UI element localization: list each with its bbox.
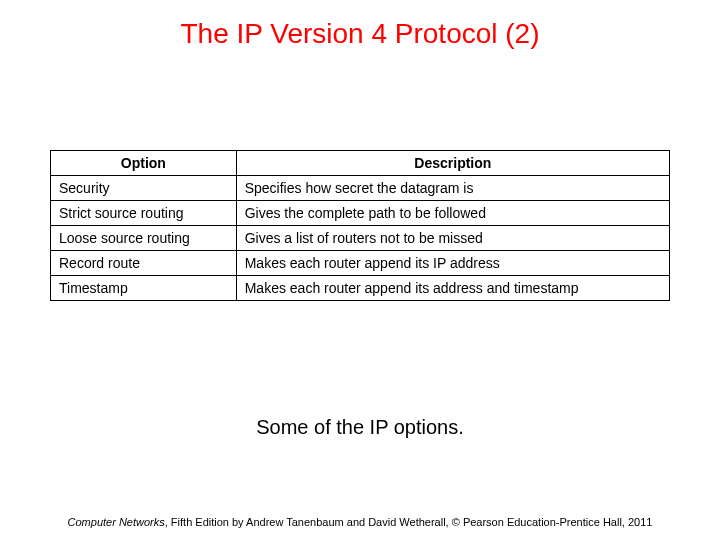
table-row: Timestamp Makes each router append its a… bbox=[51, 276, 670, 301]
table-row: Record route Makes each router append it… bbox=[51, 251, 670, 276]
slide-footer: Computer Networks, Fifth Edition by Andr… bbox=[0, 516, 720, 528]
cell-option: Strict source routing bbox=[51, 201, 237, 226]
figure-caption: Some of the IP options. bbox=[0, 416, 720, 439]
footer-rest: , Fifth Edition by Andrew Tanenbaum and … bbox=[165, 516, 653, 528]
table-row: Loose source routing Gives a list of rou… bbox=[51, 226, 670, 251]
cell-description: Specifies how secret the datagram is bbox=[236, 176, 669, 201]
cell-option: Timestamp bbox=[51, 276, 237, 301]
footer-book-title: Computer Networks bbox=[68, 516, 165, 528]
slide-title: The IP Version 4 Protocol (2) bbox=[0, 0, 720, 60]
cell-option: Loose source routing bbox=[51, 226, 237, 251]
header-description: Description bbox=[236, 151, 669, 176]
options-table-container: Option Description Security Specifies ho… bbox=[50, 150, 670, 301]
cell-description: Makes each router append its IP address bbox=[236, 251, 669, 276]
cell-option: Security bbox=[51, 176, 237, 201]
options-table: Option Description Security Specifies ho… bbox=[50, 150, 670, 301]
table-header-row: Option Description bbox=[51, 151, 670, 176]
table-row: Strict source routing Gives the complete… bbox=[51, 201, 670, 226]
header-option: Option bbox=[51, 151, 237, 176]
cell-description: Makes each router append its address and… bbox=[236, 276, 669, 301]
table-row: Security Specifies how secret the datagr… bbox=[51, 176, 670, 201]
cell-option: Record route bbox=[51, 251, 237, 276]
cell-description: Gives the complete path to be followed bbox=[236, 201, 669, 226]
cell-description: Gives a list of routers not to be missed bbox=[236, 226, 669, 251]
